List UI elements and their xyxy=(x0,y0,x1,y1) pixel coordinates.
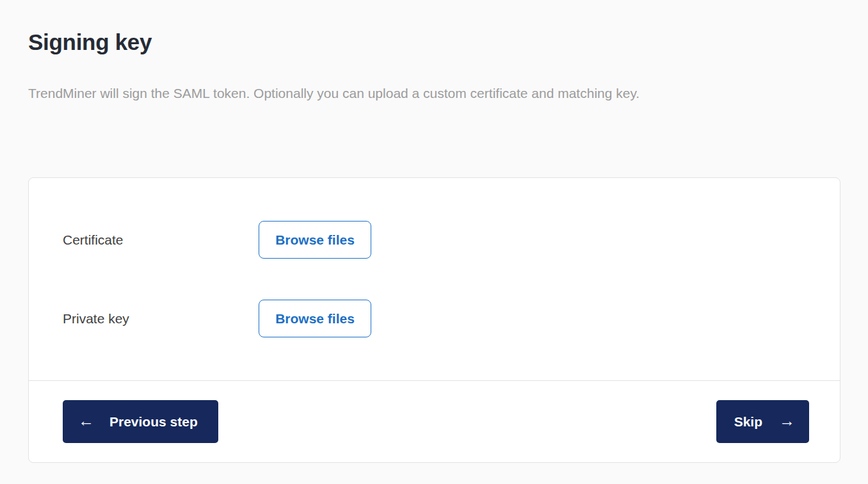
arrow-left-icon: ← xyxy=(78,413,94,429)
private-key-browse-files-button[interactable]: Browse files xyxy=(259,300,371,337)
skip-button[interactable]: Skip → xyxy=(716,400,809,443)
signing-key-page: Signing key TrendMiner will sign the SAM… xyxy=(0,0,868,484)
signing-key-card: Certificate Browse files Private key Bro… xyxy=(28,177,840,463)
previous-step-button[interactable]: ← Previous step xyxy=(63,400,218,443)
page-title: Signing key xyxy=(28,29,152,55)
signing-key-form: Certificate Browse files Private key Bro… xyxy=(29,178,840,337)
certificate-browse-files-button[interactable]: Browse files xyxy=(259,221,371,259)
page-description: TrendMiner will sign the SAML token. Opt… xyxy=(28,86,639,101)
arrow-right-icon: → xyxy=(779,413,795,429)
previous-step-label: Previous step xyxy=(109,414,198,430)
skip-label: Skip xyxy=(734,414,762,430)
certificate-field-row: Certificate Browse files xyxy=(63,221,840,259)
certificate-label: Certificate xyxy=(63,232,259,248)
wizard-footer: ← Previous step Skip → xyxy=(29,380,840,462)
private-key-field-row: Private key Browse files xyxy=(63,300,840,337)
private-key-label: Private key xyxy=(63,311,259,327)
